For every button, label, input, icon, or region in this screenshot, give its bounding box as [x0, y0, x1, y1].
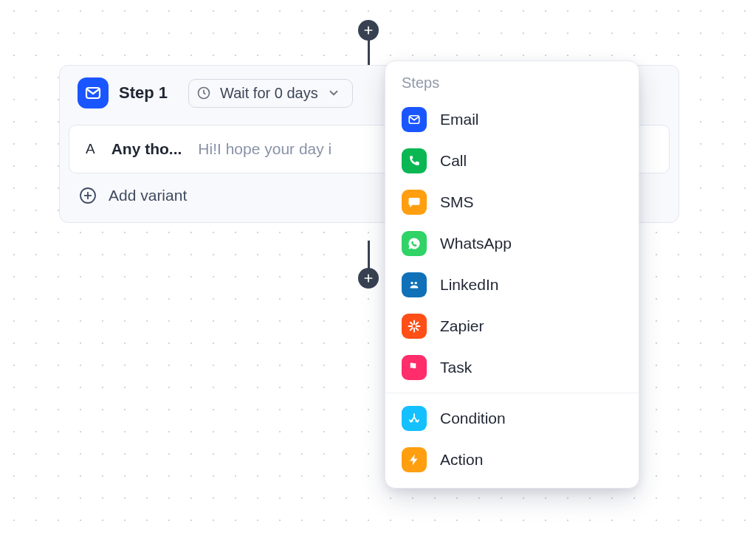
connector-line	[368, 40, 370, 66]
variant-preview: Hi!I hope your day i	[198, 140, 331, 158]
step-type-zapier[interactable]: Zapier	[385, 306, 639, 347]
step-type-call[interactable]: Call	[385, 140, 639, 182]
branch-icon	[402, 406, 427, 431]
popover-title: Steps	[385, 75, 639, 99]
chevron-down-icon	[327, 86, 340, 100]
phone-icon	[402, 148, 427, 173]
menu-item-label: Task	[440, 359, 472, 376]
plus-circle-icon	[79, 187, 97, 204]
flag-icon	[402, 355, 427, 380]
step-type-email[interactable]: Email	[385, 99, 639, 140]
svg-point-11	[415, 282, 417, 284]
whatsapp-icon	[402, 231, 427, 256]
add-variant-label: Add variant	[109, 187, 187, 204]
email-icon	[78, 77, 109, 108]
step-type-task[interactable]: Task	[385, 347, 639, 388]
add-step-button[interactable]	[358, 268, 379, 289]
email-icon	[402, 107, 427, 132]
menu-item-label: SMS	[440, 193, 474, 211]
separator	[385, 393, 639, 393]
wait-duration-button[interactable]: Wait for 0 days	[188, 79, 353, 108]
step-type-whatsapp[interactable]: WhatsApp	[385, 223, 639, 264]
svg-point-10	[410, 282, 413, 284]
menu-item-label: Email	[440, 111, 479, 128]
sms-icon	[402, 190, 427, 215]
variant-subject: Any tho...	[111, 140, 182, 158]
connector-line	[368, 241, 370, 269]
step-type-sms[interactable]: SMS	[385, 182, 639, 223]
wait-text: Wait for 0 days	[220, 85, 318, 102]
step-type-condition[interactable]: Condition	[385, 398, 639, 439]
linkedin-icon	[402, 272, 427, 297]
menu-item-label: Action	[440, 451, 483, 469]
menu-item-label: Zapier	[440, 317, 484, 335]
clock-icon	[196, 86, 211, 100]
zapier-icon	[402, 314, 427, 339]
menu-item-label: LinkedIn	[440, 276, 498, 294]
step-title: Step 1	[119, 83, 168, 103]
step-type-linkedin[interactable]: LinkedIn	[385, 264, 639, 306]
add-step-button[interactable]	[358, 20, 379, 41]
steps-popover: Steps Email Call SMS WhatsApp	[385, 61, 639, 489]
bolt-icon	[402, 447, 427, 472]
menu-item-label: Call	[440, 152, 467, 170]
menu-item-label: Condition	[440, 410, 506, 427]
variant-letter: A	[86, 141, 95, 157]
step-type-action[interactable]: Action	[385, 439, 639, 480]
menu-item-label: WhatsApp	[440, 235, 512, 252]
